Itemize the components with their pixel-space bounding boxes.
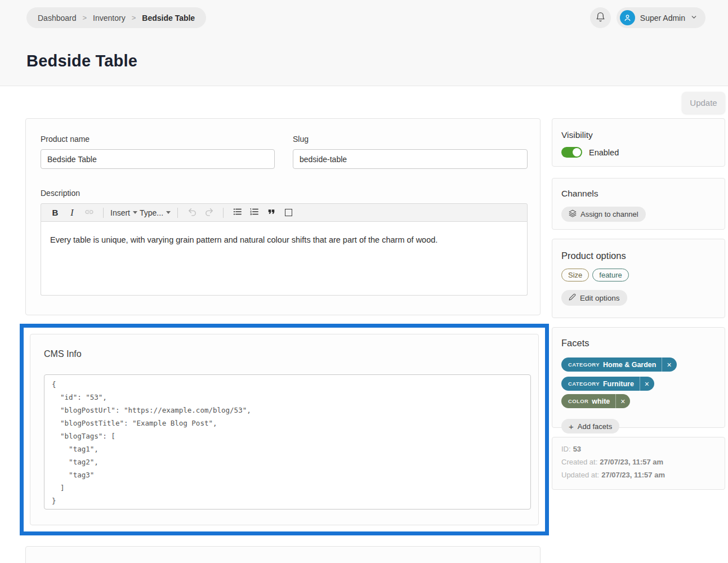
user-name: Super Admin <box>640 14 685 23</box>
product-name-input[interactable] <box>41 149 275 169</box>
option-chip-size: Size <box>561 269 589 282</box>
ordered-list-icon <box>249 207 260 218</box>
facet-chip-home-garden: CATEGORY Home & Garden × <box>561 358 677 372</box>
visibility-title: Visibility <box>561 130 716 140</box>
cms-json-textarea[interactable]: { "id": "53", "blogPostUrl": "https://ex… <box>44 374 531 510</box>
visibility-toggle[interactable] <box>561 147 582 158</box>
breadcrumb-dashboard[interactable]: Dashboard <box>38 14 77 23</box>
product-options-card: Product options Size feature Edit option… <box>552 239 725 318</box>
entity-meta-card: ID:53 Created at:27/07/23, 11:57 am Upda… <box>552 437 725 490</box>
edit-options-label: Edit options <box>580 294 620 302</box>
update-button[interactable]: Update <box>682 92 725 114</box>
edit-options-button[interactable]: Edit options <box>561 290 627 306</box>
updated-label: Updated at: <box>561 471 599 479</box>
pencil-icon <box>569 293 576 302</box>
product-detail-page: Dashboard > Inventory > Bedside Table <box>0 0 728 563</box>
remove-facet-button[interactable]: × <box>640 377 654 391</box>
facet-group-label: CATEGORY <box>568 361 600 368</box>
product-options-title: Product options <box>561 251 716 261</box>
channels-card: Channels Assign to channel <box>552 178 725 230</box>
facet-group-label: CATEGORY <box>568 381 600 387</box>
blockquote-button[interactable] <box>264 205 279 220</box>
rich-text-toolbar: B I Insert Type... <box>41 203 528 222</box>
facet-value-label: white <box>592 397 610 405</box>
link-icon <box>84 207 94 218</box>
toolbar-divider <box>223 208 224 218</box>
user-menu-button[interactable]: Super Admin <box>617 7 705 28</box>
meta-updated: Updated at:27/07/23, 11:57 am <box>561 471 716 479</box>
breadcrumb-inventory[interactable]: Inventory <box>93 14 126 23</box>
product-name-label: Product name <box>41 135 90 144</box>
facet-group-label: COLOR <box>568 398 588 404</box>
visibility-status: Enabled <box>589 148 619 157</box>
chevron-down-icon <box>690 14 698 23</box>
slug-input[interactable] <box>293 149 528 169</box>
link-button[interactable] <box>82 205 96 220</box>
created-label: Created at: <box>561 458 597 466</box>
toolbar-divider <box>103 208 104 218</box>
header: Dashboard > Inventory > Bedside Table <box>0 0 728 86</box>
add-facets-label: Add facets <box>578 422 612 431</box>
facets-title: Facets <box>561 338 716 348</box>
horizontal-rule-button[interactable] <box>281 205 296 220</box>
bell-icon <box>595 12 606 24</box>
notifications-button[interactable] <box>590 7 611 28</box>
undo-button[interactable] <box>185 205 199 220</box>
breadcrumb-separator: > <box>132 14 136 22</box>
quote-icon <box>266 207 276 218</box>
option-chip-feature: feature <box>592 269 628 282</box>
product-form-card: Product name Slug Description B I Insert… <box>25 118 541 315</box>
visibility-card: Visibility Enabled <box>552 118 725 167</box>
remove-facet-button[interactable]: × <box>616 394 630 408</box>
cms-info-card: CMS Info { "id": "53", "blogPostUrl": "h… <box>30 334 539 525</box>
slug-label: Slug <box>293 135 309 144</box>
toolbar-divider <box>177 208 178 218</box>
meta-id: ID:53 <box>561 445 716 453</box>
square-icon <box>285 209 292 216</box>
type-menu-label: Type... <box>140 208 163 217</box>
page-title: Bedside Table <box>26 52 137 70</box>
id-value: 53 <box>573 445 581 453</box>
breadcrumb: Dashboard > Inventory > Bedside Table <box>26 7 206 28</box>
ordered-list-button[interactable] <box>247 205 262 220</box>
id-label: ID: <box>561 445 571 453</box>
assign-to-channel-label: Assign to channel <box>580 210 638 218</box>
toggle-knob <box>573 148 581 157</box>
remove-facet-button[interactable]: × <box>662 358 676 372</box>
header-actions: Super Admin <box>590 7 705 28</box>
caret-down-icon <box>166 211 171 214</box>
bullet-list-button[interactable] <box>230 205 245 220</box>
description-editor[interactable]: Every table is unique, with varying grai… <box>41 222 528 296</box>
facet-chip-color-white: COLOR white × <box>561 394 630 408</box>
assign-to-channel-button[interactable]: Assign to channel <box>561 207 646 222</box>
created-value: 27/07/23, 11:57 am <box>600 458 663 466</box>
breadcrumb-separator: > <box>83 14 87 22</box>
channels-title: Channels <box>561 189 716 199</box>
add-facets-button[interactable]: + Add facets <box>561 419 619 434</box>
redo-icon <box>204 207 214 218</box>
plus-icon: + <box>569 422 574 431</box>
caret-down-icon <box>133 211 137 214</box>
cms-info-title: CMS Info <box>44 349 82 359</box>
facet-chip-furniture: CATEGORY Furniture × <box>561 377 654 391</box>
updated-value: 27/07/23, 11:57 am <box>601 471 665 479</box>
avatar <box>620 10 635 25</box>
insert-menu-label: Insert <box>110 208 130 217</box>
facet-value-label: Furniture <box>603 380 634 388</box>
redo-button[interactable] <box>202 205 216 220</box>
facets-card: Facets CATEGORY Home & Garden × CATEGORY… <box>552 327 725 428</box>
layers-icon <box>569 209 577 219</box>
cms-info-highlight: CMS Info { "id": "53", "blogPostUrl": "h… <box>20 324 549 535</box>
next-section-card <box>25 546 541 563</box>
facet-value-label: Home & Garden <box>603 361 656 369</box>
italic-button[interactable]: I <box>65 205 79 220</box>
description-label: Description <box>41 189 80 198</box>
bold-button[interactable]: B <box>48 205 62 220</box>
breadcrumb-current: Bedside Table <box>142 14 195 23</box>
bullet-list-icon <box>233 207 243 218</box>
insert-menu-button[interactable]: Insert <box>110 205 137 220</box>
type-menu-button[interactable]: Type... <box>140 205 171 220</box>
meta-created: Created at:27/07/23, 11:57 am <box>561 458 716 466</box>
undo-icon <box>187 207 197 218</box>
